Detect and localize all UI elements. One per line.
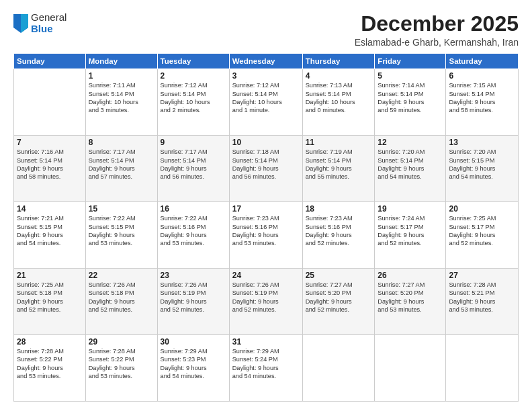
day-number: 2	[161, 71, 226, 81]
day-number: 3	[232, 71, 300, 81]
day-cell: 12Sunrise: 7:20 AM Sunset: 5:14 PM Dayli…	[375, 136, 446, 202]
day-info: Sunrise: 7:18 AM Sunset: 5:14 PM Dayligh…	[232, 148, 300, 181]
day-info: Sunrise: 7:12 AM Sunset: 5:14 PM Dayligh…	[161, 81, 226, 115]
day-cell: 1Sunrise: 7:11 AM Sunset: 5:14 PM Daylig…	[85, 69, 157, 136]
day-number: 4	[306, 71, 372, 81]
day-info: Sunrise: 7:14 AM Sunset: 5:14 PM Dayligh…	[378, 81, 443, 115]
day-cell	[14, 69, 86, 136]
day-info: Sunrise: 7:25 AM Sunset: 5:18 PM Dayligh…	[17, 281, 83, 314]
day-info: Sunrise: 7:22 AM Sunset: 5:16 PM Dayligh…	[161, 214, 226, 248]
day-number: 1	[89, 71, 154, 81]
day-number: 15	[89, 204, 154, 214]
day-info: Sunrise: 7:26 AM Sunset: 5:19 PM Dayligh…	[161, 281, 226, 314]
day-info: Sunrise: 7:22 AM Sunset: 5:15 PM Dayligh…	[89, 214, 154, 248]
header-cell-tuesday: Tuesday	[157, 54, 229, 69]
day-number: 16	[161, 204, 226, 214]
day-info: Sunrise: 7:16 AM Sunset: 5:14 PM Dayligh…	[17, 148, 83, 181]
day-number: 5	[378, 71, 443, 81]
day-number: 6	[449, 71, 515, 81]
day-number: 7	[17, 138, 83, 147]
day-info: Sunrise: 7:29 AM Sunset: 5:24 PM Dayligh…	[232, 347, 300, 381]
day-number: 20	[449, 204, 515, 214]
day-cell	[302, 335, 375, 402]
day-info: Sunrise: 7:27 AM Sunset: 5:20 PM Dayligh…	[378, 281, 443, 314]
day-cell: 7Sunrise: 7:16 AM Sunset: 5:14 PM Daylig…	[14, 136, 86, 202]
header-cell-monday: Monday	[85, 54, 157, 69]
day-cell: 24Sunrise: 7:26 AM Sunset: 5:19 PM Dayli…	[229, 269, 302, 335]
day-number: 21	[17, 271, 83, 280]
day-number: 31	[232, 337, 300, 347]
day-cell: 15Sunrise: 7:22 AM Sunset: 5:15 PM Dayli…	[85, 202, 157, 269]
logo: General Blue	[13, 12, 66, 34]
week-row-2: 14Sunrise: 7:21 AM Sunset: 5:15 PM Dayli…	[14, 202, 519, 269]
title-block: December 2025 Eslamabad-e Gharb, Kermans…	[355, 12, 519, 48]
calendar-table: SundayMondayTuesdayWednesdayThursdayFrid…	[13, 53, 519, 402]
calendar-page: General Blue December 2025 Eslamabad-e G…	[0, 0, 532, 411]
location-title: Eslamabad-e Gharb, Kermanshah, Iran	[355, 37, 519, 48]
day-cell: 3Sunrise: 7:12 AM Sunset: 5:14 PM Daylig…	[229, 69, 302, 136]
day-cell: 27Sunrise: 7:28 AM Sunset: 5:21 PM Dayli…	[446, 269, 519, 335]
day-number: 18	[306, 204, 372, 214]
day-number: 10	[232, 138, 300, 147]
day-cell: 10Sunrise: 7:18 AM Sunset: 5:14 PM Dayli…	[229, 136, 302, 202]
day-info: Sunrise: 7:29 AM Sunset: 5:23 PM Dayligh…	[161, 347, 226, 381]
day-cell: 21Sunrise: 7:25 AM Sunset: 5:18 PM Dayli…	[14, 269, 86, 335]
day-cell	[375, 335, 446, 402]
day-cell: 26Sunrise: 7:27 AM Sunset: 5:20 PM Dayli…	[375, 269, 446, 335]
day-info: Sunrise: 7:23 AM Sunset: 5:16 PM Dayligh…	[232, 214, 300, 248]
day-info: Sunrise: 7:12 AM Sunset: 5:14 PM Dayligh…	[232, 81, 300, 115]
header-cell-wednesday: Wednesday	[229, 54, 302, 69]
day-info: Sunrise: 7:28 AM Sunset: 5:22 PM Dayligh…	[17, 347, 83, 381]
day-cell: 4Sunrise: 7:13 AM Sunset: 5:14 PM Daylig…	[302, 69, 375, 136]
day-number: 17	[232, 204, 300, 214]
day-info: Sunrise: 7:15 AM Sunset: 5:14 PM Dayligh…	[449, 81, 515, 115]
day-info: Sunrise: 7:20 AM Sunset: 5:15 PM Dayligh…	[449, 148, 515, 181]
day-number: 24	[232, 271, 300, 280]
day-info: Sunrise: 7:23 AM Sunset: 5:16 PM Dayligh…	[306, 214, 372, 248]
day-number: 19	[378, 204, 443, 214]
day-number: 27	[449, 271, 515, 280]
header-row: SundayMondayTuesdayWednesdayThursdayFrid…	[14, 54, 519, 69]
day-number: 30	[161, 337, 226, 347]
day-info: Sunrise: 7:19 AM Sunset: 5:14 PM Dayligh…	[306, 148, 372, 181]
day-info: Sunrise: 7:25 AM Sunset: 5:17 PM Dayligh…	[449, 214, 515, 248]
day-cell: 23Sunrise: 7:26 AM Sunset: 5:19 PM Dayli…	[157, 269, 229, 335]
week-row-1: 7Sunrise: 7:16 AM Sunset: 5:14 PM Daylig…	[14, 136, 519, 202]
logo-icon	[13, 14, 28, 33]
day-info: Sunrise: 7:26 AM Sunset: 5:19 PM Dayligh…	[232, 281, 300, 314]
day-info: Sunrise: 7:13 AM Sunset: 5:14 PM Dayligh…	[306, 81, 372, 115]
month-title: December 2025	[355, 12, 519, 36]
header-cell-saturday: Saturday	[446, 54, 519, 69]
week-row-4: 28Sunrise: 7:28 AM Sunset: 5:22 PM Dayli…	[14, 335, 519, 402]
logo-text: General Blue	[31, 12, 66, 34]
day-info: Sunrise: 7:26 AM Sunset: 5:18 PM Dayligh…	[89, 281, 154, 314]
day-cell: 14Sunrise: 7:21 AM Sunset: 5:15 PM Dayli…	[14, 202, 86, 269]
week-row-0: 1Sunrise: 7:11 AM Sunset: 5:14 PM Daylig…	[14, 69, 519, 136]
day-info: Sunrise: 7:28 AM Sunset: 5:22 PM Dayligh…	[89, 347, 154, 381]
logo-blue-label: Blue	[31, 24, 66, 35]
day-cell: 22Sunrise: 7:26 AM Sunset: 5:18 PM Dayli…	[85, 269, 157, 335]
day-cell: 30Sunrise: 7:29 AM Sunset: 5:23 PM Dayli…	[157, 335, 229, 402]
day-cell: 16Sunrise: 7:22 AM Sunset: 5:16 PM Dayli…	[157, 202, 229, 269]
day-number: 13	[449, 138, 515, 147]
header-cell-sunday: Sunday	[14, 54, 86, 69]
day-number: 12	[378, 138, 443, 147]
day-cell	[446, 335, 519, 402]
svg-marker-1	[21, 14, 28, 33]
day-cell: 2Sunrise: 7:12 AM Sunset: 5:14 PM Daylig…	[157, 69, 229, 136]
day-info: Sunrise: 7:11 AM Sunset: 5:14 PM Dayligh…	[89, 81, 154, 115]
day-info: Sunrise: 7:24 AM Sunset: 5:17 PM Dayligh…	[378, 214, 443, 248]
day-cell: 31Sunrise: 7:29 AM Sunset: 5:24 PM Dayli…	[229, 335, 302, 402]
day-cell: 28Sunrise: 7:28 AM Sunset: 5:22 PM Dayli…	[14, 335, 86, 402]
day-info: Sunrise: 7:17 AM Sunset: 5:14 PM Dayligh…	[89, 148, 154, 181]
day-cell: 17Sunrise: 7:23 AM Sunset: 5:16 PM Dayli…	[229, 202, 302, 269]
header-cell-thursday: Thursday	[302, 54, 375, 69]
day-number: 23	[161, 271, 226, 280]
day-cell: 25Sunrise: 7:27 AM Sunset: 5:20 PM Dayli…	[302, 269, 375, 335]
header-cell-friday: Friday	[375, 54, 446, 69]
day-info: Sunrise: 7:27 AM Sunset: 5:20 PM Dayligh…	[306, 281, 372, 314]
day-info: Sunrise: 7:21 AM Sunset: 5:15 PM Dayligh…	[17, 214, 83, 248]
day-cell: 13Sunrise: 7:20 AM Sunset: 5:15 PM Dayli…	[446, 136, 519, 202]
day-cell: 29Sunrise: 7:28 AM Sunset: 5:22 PM Dayli…	[85, 335, 157, 402]
day-number: 11	[306, 138, 372, 147]
